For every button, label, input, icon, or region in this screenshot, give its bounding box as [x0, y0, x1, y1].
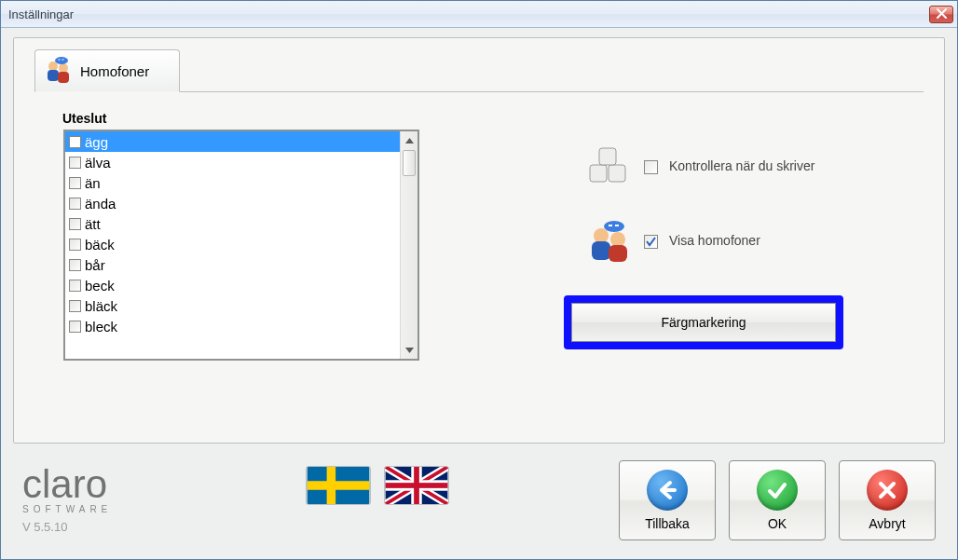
list-item[interactable]: bäck — [65, 234, 400, 254]
check-typing-label: Kontrollera när du skriver — [669, 158, 814, 175]
cancel-label: Avbryt — [869, 516, 905, 531]
list-item-label: bläck — [85, 298, 117, 314]
list-item[interactable]: bår — [65, 254, 400, 275]
show-homophones-option: Visa homofoner — [586, 221, 760, 262]
list-item-checkbox[interactable] — [69, 177, 81, 189]
show-homophones-label: Visa homofoner — [669, 233, 760, 250]
logo-version: V 5.5.10 — [22, 520, 112, 534]
svg-point-0 — [48, 61, 58, 71]
titlebar: Inställningar — [1, 1, 957, 28]
scroll-down-button[interactable] — [401, 341, 417, 359]
svg-rect-16 — [615, 225, 619, 226]
list-item-checkbox[interactable] — [69, 136, 81, 148]
svg-point-12 — [610, 232, 625, 247]
svg-rect-6 — [62, 60, 64, 61]
bottom-bar: claro SOFTWARE V 5.5.10 — [13, 451, 945, 550]
cancel-button[interactable]: Avbryt — [839, 460, 936, 540]
list-item-label: ätt — [85, 216, 101, 232]
check-typing-checkbox[interactable] — [644, 160, 658, 174]
list-item[interactable]: ända — [65, 193, 400, 213]
scrollbar[interactable] — [400, 131, 417, 359]
logo-block: claro SOFTWARE V 5.5.10 — [22, 467, 112, 534]
list-item-label: bår — [85, 257, 105, 273]
close-button[interactable] — [929, 6, 953, 23]
ok-label: OK — [768, 516, 787, 531]
settings-window: Inställningar — [0, 0, 958, 560]
list-item[interactable]: ägg — [65, 131, 400, 152]
logo-subtitle: SOFTWARE — [22, 504, 112, 514]
highlight-button-frame: Färgmarkering — [564, 295, 843, 349]
list-item-label: bäck — [85, 237, 115, 253]
list-item-checkbox[interactable] — [69, 321, 81, 333]
flag-uk[interactable] — [384, 466, 449, 505]
list-item[interactable]: beck — [65, 275, 400, 295]
back-arrow-icon — [647, 470, 688, 511]
back-label: Tillbaka — [645, 516, 690, 531]
list-item-label: ända — [85, 196, 116, 212]
exclude-listbox[interactable]: äggälvaänändaättbäckbårbeckbläckbleck — [63, 130, 419, 361]
tab-label: Homofoner — [80, 63, 149, 79]
scroll-thumb[interactable] — [403, 150, 416, 176]
list-item-checkbox[interactable] — [69, 198, 81, 210]
keyboard-keys-icon — [586, 146, 633, 187]
svg-point-10 — [594, 228, 609, 243]
svg-rect-19 — [327, 467, 336, 504]
people-bubble-icon — [586, 221, 633, 262]
svg-rect-5 — [59, 60, 61, 61]
list-item[interactable]: bläck — [65, 295, 400, 316]
svg-rect-24 — [414, 467, 419, 504]
list-item-checkbox[interactable] — [69, 280, 81, 292]
list-item-label: älva — [85, 155, 111, 171]
list-item-label: beck — [85, 278, 115, 294]
list-item[interactable]: ätt — [65, 213, 400, 234]
show-homophones-checkbox[interactable] — [644, 235, 658, 249]
back-button[interactable]: Tillbaka — [619, 460, 716, 540]
checkmark-icon — [757, 470, 798, 511]
list-item[interactable]: bleck — [65, 316, 400, 336]
color-highlight-label: Färgmarkering — [661, 315, 746, 330]
list-item-checkbox[interactable] — [69, 239, 81, 251]
svg-rect-15 — [609, 225, 612, 226]
ok-button[interactable]: OK — [729, 460, 826, 540]
svg-rect-8 — [609, 165, 625, 182]
svg-point-4 — [55, 57, 68, 64]
tab-panel: Homofoner Uteslut äggälvaänändaättbäckbå… — [13, 37, 945, 444]
svg-rect-7 — [590, 165, 607, 182]
list-item-checkbox[interactable] — [69, 259, 81, 271]
client-area: Homofoner Uteslut äggälvaänändaättbäckbå… — [1, 28, 957, 559]
window-title: Inställningar — [8, 7, 74, 21]
list-item-label: ägg — [85, 134, 108, 150]
svg-rect-13 — [609, 245, 627, 262]
people-bubble-icon — [43, 57, 75, 85]
tab-homophones[interactable]: Homofoner — [34, 49, 180, 92]
check-typing-option: Kontrollera när du skriver — [586, 146, 814, 187]
flag-sweden[interactable] — [306, 466, 371, 505]
action-buttons: Tillbaka OK Avbryt — [619, 460, 936, 540]
list-item-label: än — [85, 175, 101, 191]
exclude-list-inner: äggälvaänändaättbäckbårbeckbläckbleck — [65, 131, 400, 359]
cross-icon — [867, 470, 908, 511]
list-item[interactable]: älva — [65, 152, 400, 172]
svg-rect-9 — [599, 148, 616, 165]
list-item-checkbox[interactable] — [69, 157, 81, 169]
list-item[interactable]: än — [65, 172, 400, 193]
exclude-label: Uteslut — [62, 111, 106, 126]
color-highlight-button[interactable]: Färgmarkering — [571, 303, 836, 342]
svg-rect-11 — [592, 241, 610, 260]
language-flags — [306, 466, 449, 505]
scroll-up-button[interactable] — [401, 131, 417, 149]
svg-point-14 — [604, 221, 624, 232]
svg-point-2 — [59, 63, 68, 73]
svg-rect-18 — [308, 481, 370, 490]
close-icon — [937, 7, 947, 21]
list-item-checkbox[interactable] — [69, 300, 81, 312]
list-item-checkbox[interactable] — [69, 218, 81, 230]
logo-brand: claro — [22, 467, 112, 502]
list-item-label: bleck — [85, 319, 117, 335]
svg-rect-1 — [48, 70, 59, 81]
svg-rect-3 — [58, 72, 69, 83]
